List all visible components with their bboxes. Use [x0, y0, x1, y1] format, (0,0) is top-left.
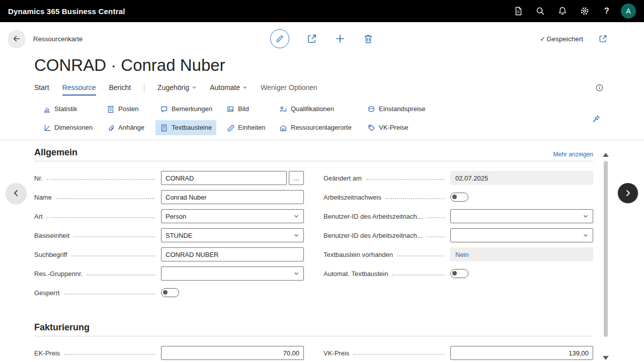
save-status: Gespeichert	[540, 34, 608, 44]
pin-icon[interactable]	[589, 114, 604, 126]
new-plus-button[interactable]	[335, 33, 346, 44]
ribbon-einstandspreise[interactable]: Einstandspreise	[363, 102, 430, 117]
geaendert-am-value: 02.07.2025	[450, 171, 593, 185]
allgemein-left-column: Nr. … Name Art Person Basiseinheit STUND…	[34, 168, 304, 302]
field-arbeitszeitnachweis: Arbeitszeitnachweis	[324, 188, 593, 207]
basiseinheit-select[interactable]: STUNDE	[161, 228, 304, 242]
topbar-actions: ? A	[507, 2, 640, 20]
unit-costs-icon	[367, 105, 375, 113]
tab-start[interactable]: Start	[34, 83, 49, 96]
section-title[interactable]: Fakturierung	[34, 322, 90, 333]
edit-pencil-button[interactable]	[270, 29, 289, 48]
breadcrumb[interactable]: Ressourcenkarte	[33, 35, 83, 43]
arbeitszeitnachweis-toggle[interactable]	[450, 193, 468, 202]
field-label: Gesperrt	[34, 289, 60, 297]
field-suchbegriff: Suchbegriff	[34, 245, 304, 264]
name-input[interactable]	[161, 190, 304, 204]
fakturierung-right-column: VK-Preis	[324, 343, 593, 362]
section-header-fakturierung: Fakturierung	[34, 315, 593, 336]
app-title: Dynamics 365 Business Central	[8, 7, 125, 16]
page-actions	[270, 29, 374, 48]
ribbon-anhaenge[interactable]: Anhänge	[102, 120, 149, 135]
field-res-gruppennr: Res.-Gruppennr.	[34, 264, 304, 283]
locations-warehouse-icon	[279, 124, 287, 132]
scroll-down-arrow[interactable]	[603, 356, 609, 360]
field-label: Arbeitszeitnachweis	[324, 194, 381, 201]
copilot-document-icon[interactable]	[507, 2, 529, 20]
check-icon	[540, 35, 545, 43]
field-automat-textbaustein: Automat. Textbaustein	[324, 264, 593, 283]
ek-preis-input[interactable]	[161, 346, 304, 360]
gesperrt-toggle[interactable]	[161, 288, 179, 297]
benutzer-id-1-select[interactable]	[450, 209, 593, 223]
delete-trash-button[interactable]	[363, 33, 374, 44]
units-ruler-icon	[226, 124, 234, 132]
allgemein-right-column: Geändert am 02.07.2025 Arbeitszeitnachwe…	[324, 168, 593, 302]
tab-automate-label: Automate	[210, 83, 240, 92]
ribbon-bemerkungen[interactable]: Bemerkungen	[155, 102, 217, 117]
tab-weniger-optionen[interactable]: Weniger Optionen	[261, 83, 317, 96]
res-gruppennr-select[interactable]	[161, 266, 304, 281]
automat-textbaustein-toggle[interactable]	[450, 269, 468, 278]
assist-edit-button[interactable]: …	[289, 171, 304, 185]
field-label: Art	[34, 213, 43, 220]
field-textbaustein-vorhanden: Textbaustein vorhanden Nein	[324, 245, 593, 264]
topbar: Dynamics 365 Business Central ? A	[0, 0, 644, 22]
tab-zugehoerig[interactable]: Zugehörig	[157, 83, 197, 96]
field-label: Suchbegriff	[34, 251, 67, 258]
attachment-paperclip-icon	[107, 124, 115, 132]
field-label: Benutzer-ID des Arbeitszeitnach...	[324, 213, 423, 220]
field-vk-preis: VK-Preis	[324, 343, 593, 362]
ribbon-posten[interactable]: Posten	[102, 102, 143, 117]
field-label: Textbaustein vorhanden	[324, 251, 393, 258]
field-label: Automat. Textbaustein	[324, 270, 388, 278]
picture-icon	[226, 105, 234, 113]
tab-automate[interactable]: Automate	[210, 83, 248, 96]
field-label: Basiseinheit	[34, 232, 69, 239]
ribbon-statistik[interactable]: Statistik	[38, 102, 82, 117]
tab-bericht[interactable]: Bericht	[109, 83, 131, 96]
settings-gear-icon[interactable]	[574, 2, 596, 20]
dimensions-icon	[43, 124, 51, 132]
vk-preis-input[interactable]	[450, 346, 593, 360]
textbaustein-link[interactable]: Nein	[455, 251, 469, 258]
back-button[interactable]	[8, 30, 25, 47]
ribbon-einheiten[interactable]: Einheiten	[222, 120, 270, 135]
share-button[interactable]	[306, 33, 317, 44]
ribbon-textbausteine[interactable]: Textbausteine	[155, 120, 216, 135]
notifications-bell-icon[interactable]	[551, 2, 574, 20]
tab-ressource[interactable]: Ressource	[62, 83, 96, 96]
vertical-scrollbar[interactable]	[602, 151, 609, 362]
ribbon-bild[interactable]: Bild	[222, 102, 254, 117]
info-icon[interactable]	[595, 83, 604, 94]
search-icon[interactable]	[529, 2, 551, 20]
nr-input[interactable]	[161, 171, 287, 185]
scrollbar-thumb[interactable]	[604, 161, 608, 337]
chevron-down-icon	[293, 232, 299, 238]
mehr-anzeigen-link[interactable]: Mehr anzeigen	[553, 151, 593, 158]
suchbegriff-input[interactable]	[161, 247, 304, 261]
benutzer-id-2-select[interactable]	[450, 228, 593, 242]
text-blocks-icon	[160, 124, 168, 132]
previous-record-button[interactable]	[6, 183, 26, 203]
ribbon-vk-preise[interactable]: VK-Preise	[363, 120, 413, 135]
ribbon-dimensionen[interactable]: Dimensionen	[38, 120, 97, 135]
fakturierung-left-column: EK-Preis	[34, 343, 304, 362]
ribbon-qualifikationen[interactable]: Qualifikationen	[275, 102, 339, 117]
help-icon[interactable]: ?	[596, 2, 618, 20]
popout-icon[interactable]	[598, 34, 608, 44]
ribbon-row-2: Dimensionen Anhänge Textbausteine Einhei…	[0, 118, 644, 137]
action-ribbon: Statistik Posten Bemerkungen Bild Qualif…	[0, 100, 644, 140]
user-avatar[interactable]: A	[621, 4, 636, 19]
section-title[interactable]: Allgemein	[34, 147, 77, 158]
allgemein-form: Nr. … Name Art Person Basiseinheit STUND…	[34, 168, 593, 302]
scroll-up-arrow[interactable]	[603, 153, 609, 157]
chevron-down-icon	[293, 270, 299, 277]
command-bar: Ressourcenkarte Gespeichert	[0, 22, 644, 55]
next-record-button[interactable]	[618, 183, 638, 203]
field-art: Art Person	[34, 207, 304, 226]
ribbon-ressourcenlagerorte[interactable]: Ressourcenlagerorte	[275, 120, 356, 135]
field-label: Res.-Gruppennr.	[34, 270, 83, 278]
menu-bar: Start Ressource Bericht Zugehörig Automa…	[34, 83, 604, 96]
art-select[interactable]: Person	[161, 209, 304, 223]
